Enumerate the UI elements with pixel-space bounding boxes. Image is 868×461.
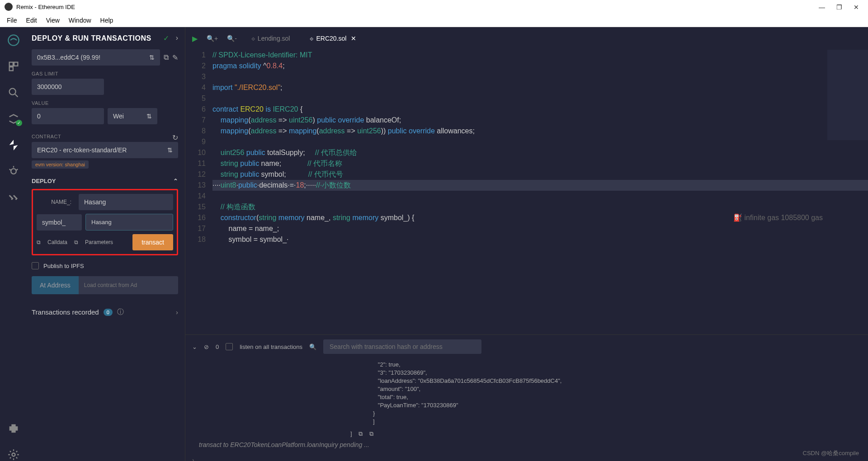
app-logo (5, 3, 13, 11)
svg-rect-1 (9, 62, 13, 66)
terminal-status: transact to ERC20TokenLoanPlatform.loanI… (192, 437, 861, 452)
code-editor[interactable]: 123456789101112131415161718 // SPDX-Lice… (185, 50, 868, 334)
at-address-button[interactable]: At Address (32, 276, 79, 294)
deploy-params-box: NAME_: symbol_ ⧉ Calldata ⧉ Parameters t… (32, 189, 178, 255)
window-maximize[interactable]: ❐ (836, 4, 842, 11)
copy-account-icon[interactable]: ⧉ (164, 53, 169, 61)
icon-sidebar: ✓ (0, 27, 27, 461)
compiler-icon[interactable]: ✓ (7, 113, 20, 125)
account-select[interactable]: 0x5B3...eddC4 (99.99!⇅ (32, 49, 160, 66)
remix-logo-icon[interactable] (7, 34, 20, 47)
watermark: CSDN @哈桑compile (803, 449, 859, 457)
symbol-button[interactable]: symbol_ (37, 214, 82, 230)
svg-point-10 (12, 453, 15, 456)
zoom-in-icon[interactable]: 🔍+ (207, 35, 218, 42)
value-unit-select[interactable]: Wei⇅ (108, 108, 157, 124)
contract-select[interactable]: ERC20 - erc-token-standard/ER⇅ (32, 142, 178, 158)
value-label: VALUE (32, 100, 178, 106)
copy-output-icon-2[interactable]: ⧉ (369, 430, 373, 437)
tab-lending[interactable]: ⟐ Lending.sol (246, 32, 296, 45)
svg-line-9 (16, 169, 18, 170)
file-explorer-icon[interactable] (7, 60, 20, 73)
plugin-icon[interactable] (7, 422, 20, 435)
at-address-input[interactable] (79, 276, 178, 294)
transact-button[interactable]: transact (132, 234, 173, 250)
copy-parameters-icon[interactable]: ⧉ (74, 239, 78, 245)
run-icon[interactable]: ▶ (192, 34, 198, 43)
line-gutter: 123456789101112131415161718 (185, 50, 212, 334)
collapse-terminal-icon[interactable]: ⌄ (192, 343, 197, 350)
edit-account-icon[interactable]: ✎ (172, 53, 178, 62)
terminal: ⌄ ⊘ 0 listen on all transactions 🔍 "2": … (185, 334, 868, 461)
pending-count: 0 (216, 343, 219, 350)
expand-tx-icon[interactable]: › (176, 308, 178, 316)
svg-point-0 (8, 35, 19, 45)
deploy-icon[interactable] (7, 139, 20, 151)
editor-area: ▶ 🔍+ 🔍- ⟐ Lending.sol ⟐ ERC20.sol ✕ 1234… (185, 27, 868, 461)
publish-ipfs-checkbox[interactable] (32, 262, 39, 269)
terminal-search-icon[interactable]: 🔍 (309, 343, 316, 350)
minimap[interactable] (827, 50, 868, 140)
parameters-label[interactable]: Parameters (85, 239, 113, 245)
check-icon: ✓ (163, 34, 169, 42)
calldata-label[interactable]: Calldata (47, 239, 67, 245)
listen-label: listen on all transactions (240, 343, 302, 350)
window-close[interactable]: ✕ (854, 4, 859, 11)
param-symbol-input[interactable] (85, 214, 173, 230)
menubar: File Edit View Window Help (0, 14, 868, 27)
copy-calldata-icon[interactable]: ⧉ (37, 239, 41, 245)
window-title: Remix - Ethereum IDE (16, 4, 75, 10)
verify-icon[interactable] (7, 191, 20, 204)
param-name-input[interactable] (79, 194, 173, 210)
svg-rect-2 (14, 62, 18, 66)
publish-ipfs-label: Publish to IPFS (43, 263, 84, 269)
evm-version-badge: evm version: shanghai (32, 160, 89, 169)
svg-point-6 (11, 169, 16, 174)
solidity-icon: ⟐ (251, 35, 255, 42)
svg-line-8 (9, 169, 11, 170)
titlebar: Remix - Ethereum IDE — ❐ ✕ (0, 0, 868, 14)
clear-terminal-icon[interactable]: ⊘ (204, 343, 209, 350)
settings-icon[interactable] (7, 448, 20, 461)
tx-count-badge: 0 (104, 309, 113, 316)
menu-view[interactable]: View (46, 17, 60, 24)
param-name-label: NAME_: (37, 199, 75, 205)
info-icon[interactable]: ⓘ (117, 308, 124, 316)
deploy-section-label: DEPLOY (32, 178, 56, 184)
tab-erc20[interactable]: ⟐ ERC20.sol ✕ (304, 32, 362, 45)
copy-output-icon[interactable]: ⧉ (359, 430, 363, 437)
terminal-search-input[interactable] (323, 339, 481, 354)
gas-limit-label: GAS LIMIT (32, 71, 178, 76)
terminal-output[interactable]: "2": true, "3": "1703230869", "loanAddre… (185, 358, 868, 461)
tx-recorded-label: Transactions recorded (32, 308, 99, 316)
debugger-icon[interactable] (7, 165, 20, 178)
collapse-deploy-icon[interactable]: ⌃ (173, 178, 178, 184)
chevron-right-icon[interactable]: › (176, 34, 178, 42)
panel-title: DEPLOY & RUN TRANSACTIONS (32, 34, 151, 42)
svg-rect-3 (9, 67, 13, 71)
code-content[interactable]: // SPDX-License-Identifier: MIT pragma s… (212, 50, 868, 334)
zoom-out-icon[interactable]: 🔍- (227, 35, 237, 42)
contract-label: CONTRACT (32, 134, 61, 139)
deploy-panel: DEPLOY & RUN TRANSACTIONS ✓ › 0x5B3...ed… (27, 27, 185, 461)
menu-help[interactable]: Help (100, 17, 113, 24)
menu-file[interactable]: File (7, 17, 17, 24)
refresh-contract-icon[interactable]: ↻ (172, 133, 178, 142)
menu-edit[interactable]: Edit (26, 17, 37, 24)
svg-line-5 (15, 94, 18, 97)
value-input[interactable] (32, 108, 104, 124)
svg-point-4 (9, 89, 16, 95)
listen-checkbox[interactable] (226, 343, 233, 350)
gas-limit-input[interactable] (32, 79, 104, 95)
solidity-icon: ⟐ (310, 35, 313, 42)
menu-window[interactable]: Window (69, 17, 91, 24)
window-minimize[interactable]: — (819, 4, 825, 11)
close-tab-icon[interactable]: ✕ (351, 35, 356, 42)
search-icon[interactable] (7, 86, 20, 99)
